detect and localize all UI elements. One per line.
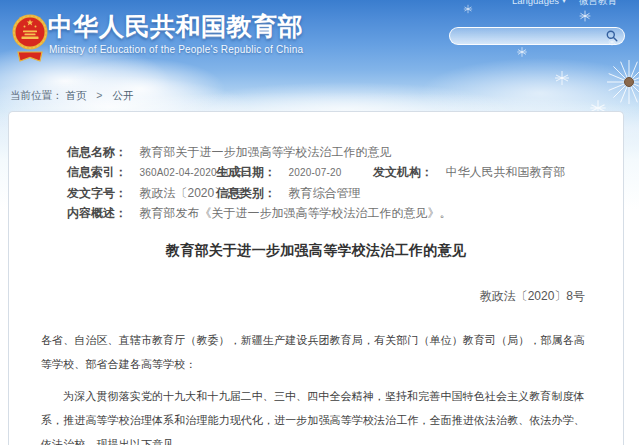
info-org-label: 发文机构：: [373, 165, 433, 179]
search-box: [449, 27, 625, 45]
info-summary-value: 教育部发布《关于进一步加强高等学校法治工作的意见》。: [139, 206, 451, 220]
page: 中华人民共和国教育部 Ministry of Education of the …: [0, 0, 639, 445]
breadcrumb: 当前位置： 首页 > 公开: [10, 89, 133, 103]
media-link[interactable]: 微言教育: [579, 0, 617, 8]
document-salutation: 各省、自治区、直辖市教育厅（教委），新疆生产建设兵团教育局，有关部门（单位）教育…: [41, 328, 594, 376]
chevron-down-icon: ▾: [562, 0, 566, 6]
site-header: 中华人民共和国教育部 Ministry of Education of the …: [0, 0, 639, 88]
info-date-label: 生成日期：: [216, 165, 276, 179]
document-title: 教育部关于进一步加强高等学校法治工作的意见: [9, 242, 623, 260]
search-button[interactable]: [606, 30, 624, 42]
breadcrumb-current-link[interactable]: 公开: [112, 89, 133, 101]
info-name-label: 信息名称：: [67, 145, 127, 159]
site-title: 中华人民共和国教育部: [48, 10, 303, 43]
search-input[interactable]: [450, 29, 606, 43]
document-number: 教政法〔2020〕8号: [480, 288, 585, 305]
breadcrumb-separator: >: [96, 89, 102, 101]
info-org-value: 中华人民共和国教育部: [445, 165, 565, 179]
breadcrumb-label: 当前位置：: [10, 89, 63, 101]
info-index-label: 信息索引：: [67, 165, 127, 179]
info-date-value: 2020-07-20: [288, 167, 341, 178]
info-row-index: 信息索引： 360A02-04-2020-0005-1 生成日期： 2020-0…: [67, 162, 607, 180]
content-card: 信息名称： 教育部关于进一步加强高等学校法治工作的意见 信息索引： 360A02…: [8, 111, 624, 445]
info-row-summary: 内容概述： 教育部发布《关于进一步加强高等学校法治工作的意见》。: [67, 203, 607, 221]
info-category-value: 教育综合管理: [288, 186, 360, 200]
breadcrumb-home-link[interactable]: 首页: [65, 89, 86, 101]
search-icon: [606, 30, 618, 42]
info-name-value: 教育部关于进一步加强高等学校法治工作的意见: [139, 145, 391, 159]
info-category-label: 信息类别：: [216, 186, 276, 200]
languages-label: Languages: [512, 0, 559, 6]
info-row-docno: 发文字号： 教政法〔2020〕8号 信息类别： 教育综合管理: [67, 183, 607, 201]
header-top-links: Languages ▾ 微言教育: [512, 0, 617, 8]
national-emblem-icon: [11, 13, 49, 65]
info-row-name: 信息名称： 教育部关于进一步加强高等学校法治工作的意见: [67, 142, 607, 160]
info-summary-label: 内容概述：: [67, 206, 127, 220]
document-paragraph: 为深入贯彻落实党的十九大和十九届二中、三中、四中全会精神，坚持和完善中国特色社会…: [41, 384, 594, 445]
info-docno-label: 发文字号：: [67, 186, 127, 200]
site-subtitle: Ministry of Education of the People's Re…: [49, 44, 303, 55]
languages-link[interactable]: Languages ▾: [512, 0, 566, 6]
